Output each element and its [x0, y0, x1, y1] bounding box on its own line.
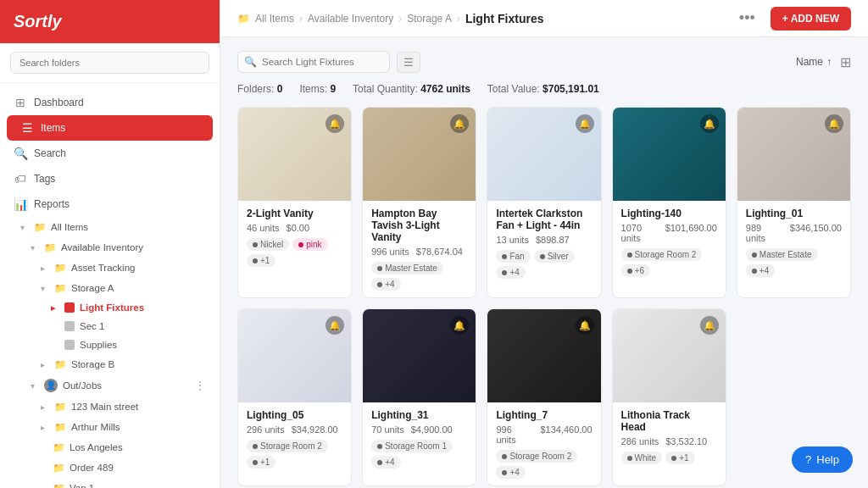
card-title: Lighting_31 [371, 409, 467, 421]
card-price: $101,690.00 [665, 223, 717, 243]
card-lighting-01[interactable]: 🔔 Lighting_01 989 units $346,150.00 Mast… [737, 107, 851, 298]
card-lighting-05[interactable]: 🔔 Lighting_05 296 units $34,928.00 Stora… [237, 308, 352, 486]
folder-icon: 📁 [53, 462, 64, 474]
tag-dot [752, 269, 757, 274]
bell-icon: 🔔 [700, 114, 719, 133]
item-search-input[interactable] [237, 51, 390, 73]
breadcrumb-storage-a[interactable]: Storage A [407, 13, 452, 25]
more-options-button[interactable]: ••• [732, 6, 762, 30]
card-units: 46 units [247, 223, 280, 233]
main-content: 📁 All Items › Available Inventory › Stor… [220, 0, 868, 488]
sidebar-item-tags[interactable]: 🏷 Tags [0, 166, 220, 191]
tree-supplies[interactable]: ▸ Supplies [0, 336, 220, 354]
tree-storage-a[interactable]: ▾ 📁 Storage A [0, 278, 220, 298]
tags-icon: 🏷 [14, 172, 27, 186]
tree-out-jobs[interactable]: ▾ 👤 Out/Jobs ⋮ [0, 374, 220, 396]
card-units: 996 units [496, 424, 533, 445]
card-title: Lighting_05 [247, 409, 342, 421]
card-units: 286 units [621, 436, 659, 446]
folder-icon: 📁 [54, 282, 66, 294]
search-wrap: 🔍 [237, 51, 390, 73]
tag-dot [253, 444, 258, 449]
tree-sec1[interactable]: ▸ Sec 1 [0, 317, 220, 336]
tree-all-items[interactable]: ▾ 📁 All Items [0, 217, 220, 237]
card-price: $0.00 [287, 223, 310, 233]
more-icon[interactable]: ⋮ [194, 379, 206, 392]
chevron-icon: ▸ [41, 360, 49, 369]
folder-icon [64, 340, 75, 350]
card-stats: 46 units $0.00 [247, 223, 342, 233]
tree-available-inventory[interactable]: ▾ 📁 Available Inventory [0, 237, 220, 258]
card-tags: Storage Room 2+1 [247, 440, 342, 469]
tag: +4 [371, 456, 400, 469]
chevron-icon: ▸ [41, 423, 49, 432]
grid-view-button[interactable]: ⊞ [840, 54, 851, 70]
card-lighting-140[interactable]: 🔔 Lighting-140 1070 units $101,690.00 St… [612, 107, 726, 298]
tree-asset-tracking[interactable]: ▸ 📁 Asset Tracking [0, 258, 220, 278]
folder-icon [64, 302, 75, 313]
tree-order-489[interactable]: 📁 Order 489 [0, 458, 220, 478]
card-lithonia[interactable]: 🔔 Lithonia Track Head 286 units $3,532.1… [612, 308, 726, 486]
card-hampton-bay[interactable]: 🔔 Hampton Bay Tavish 3-Light Vanity 996 … [362, 107, 476, 298]
card-body: Lighting_31 70 units $4,900.00 Storage R… [363, 402, 476, 475]
card-price: $134,460.00 [540, 424, 592, 445]
tag: +1 [665, 452, 694, 464]
items-icon: ☰ [20, 121, 34, 135]
tree-123-main[interactable]: ▸ 📁 123 Main street [0, 396, 220, 417]
tag-dot [253, 258, 258, 263]
topbar: 📁 All Items › Available Inventory › Stor… [220, 0, 868, 37]
card-body: Lighting_01 989 units $346,150.00 Master… [737, 201, 850, 284]
card-tags: Storage Room 2+6 [621, 248, 717, 277]
card-price: $3,532.10 [665, 436, 707, 446]
view-toggle: ☰ [397, 52, 420, 73]
tree-los-angeles[interactable]: 📁 Los Angeles [0, 437, 220, 458]
tag: Silver [534, 250, 575, 263]
card-lighting-7[interactable]: 🔔 Lighting_7 996 units $134,460.00 Stora… [487, 308, 601, 486]
tag: Storage Room 2 [496, 450, 577, 463]
sidebar-item-search[interactable]: 🔍 Search [0, 141, 220, 166]
card-2-light-vanity[interactable]: 🔔 2-Light Vanity 46 units $0.00 Nickelpi… [237, 107, 352, 298]
folder-icon: 📁 [54, 401, 66, 413]
list-view-button[interactable]: ☰ [397, 52, 420, 73]
sidebar-search-input[interactable] [10, 52, 209, 74]
add-new-button[interactable]: + ADD NEW [771, 7, 851, 30]
tag-dot [752, 252, 757, 258]
folder-tree: ▾ 📁 All Items ▾ 📁 Available Inventory ▸ … [0, 217, 220, 488]
tree-arthur-mills[interactable]: ▸ 📁 Arthur Mills [0, 417, 220, 437]
bell-icon: 🔔 [450, 316, 469, 335]
breadcrumb-all-items[interactable]: All Items [255, 13, 294, 25]
folders-meta: Folders: 0 [237, 83, 282, 95]
tag-dot [502, 470, 507, 475]
card-body: Lighting_05 296 units $34,928.00 Storage… [238, 402, 351, 475]
sort-button[interactable]: Name ↑ [796, 56, 832, 68]
sidebar-item-dashboard[interactable]: ⊞ Dashboard [0, 90, 220, 115]
help-icon: ? [805, 453, 811, 466]
folder-icon: 📁 [53, 441, 64, 453]
breadcrumb-sep: › [299, 13, 303, 25]
sort-direction-icon: ↑ [826, 56, 832, 68]
card-title: Lithonia Track Head [621, 409, 717, 433]
help-button[interactable]: ? Help [792, 446, 853, 473]
card-intertek[interactable]: 🔔 Intertek Clarkston Fan + Light - 44in … [487, 107, 601, 298]
sidebar-search-wrap [0, 43, 220, 83]
card-price: $346,150.00 [790, 223, 842, 243]
content-area: 🔍 ☰ Name ↑ ⊞ Folders: 0 [220, 37, 868, 488]
card-stats: 1070 units $101,690.00 [621, 223, 717, 243]
chevron-icon: ▸ [51, 303, 59, 313]
card-body: Lighting-140 1070 units $101,690.00 Stor… [613, 201, 726, 284]
tag-dot [502, 270, 507, 275]
breadcrumb-available-inventory[interactable]: Available Inventory [308, 13, 393, 25]
tree-van1[interactable]: 📁 Van 1 [0, 478, 220, 488]
sidebar-item-reports[interactable]: 📊 Reports [0, 191, 220, 217]
card-units: 996 units [371, 247, 409, 257]
card-tags: Nickelpink+1 [247, 238, 342, 267]
items-meta: Items: 9 [299, 83, 336, 95]
card-stats: 70 units $4,900.00 [371, 424, 467, 435]
card-title: Hampton Bay Tavish 3-Light Vanity [371, 208, 467, 243]
tag: +4 [496, 266, 525, 279]
tree-storage-b[interactable]: ▸ 📁 Storage B [0, 354, 220, 374]
sidebar-item-items[interactable]: ☰ Items [7, 115, 213, 141]
tree-light-fixtures[interactable]: ▸ Light Fixtures [0, 298, 220, 317]
card-lighting-31[interactable]: 🔔 Lighting_31 70 units $4,900.00 Storage… [362, 308, 476, 486]
search-icon: 🔍 [14, 147, 27, 160]
